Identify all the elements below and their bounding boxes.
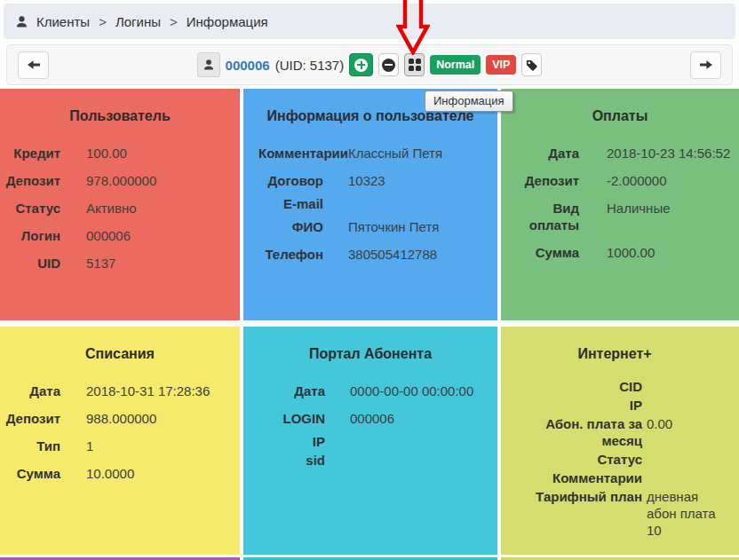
toolbar-center-group: 000006 (UID: 5137) Normal VIP [49,52,690,77]
remove-button[interactable] [378,53,399,76]
field-label: sid [243,452,350,469]
field-value: 0000-00-00 00:00:00 [350,383,497,399]
field-label: Статус [0,200,86,217]
field-value: 380505412788 [348,246,497,263]
field-label: Вид оплаты [501,200,607,233]
field-value [350,452,497,469]
field-value: -2.000000 [607,172,739,189]
field-label: Тип [0,438,86,454]
tags-button[interactable] [521,53,542,76]
field-label: UID [0,255,86,272]
breadcrumb: Клиенты > Логины > Информация [4,4,735,39]
field-value: 5137 [86,255,240,272]
field-value: 10323 [348,172,497,189]
field-label: Депозит [501,172,607,189]
breadcrumb-item-information[interactable]: Информация [187,14,268,29]
prev-button[interactable] [18,51,49,79]
field-label: Логин [0,227,86,244]
field-label: E-mail [243,195,348,212]
field-label: Сумма [0,465,86,482]
field-label: Депозит [0,172,86,189]
field-value [647,469,728,486]
field-value: 1 [86,438,240,454]
panel-title: Интернет+ [501,327,728,362]
panel-title: Списания [0,327,240,362]
field-label: IP [501,397,647,414]
arrow-right-icon [699,59,713,70]
field-value [647,378,728,395]
add-button[interactable] [349,53,373,76]
field-label: Сумма [501,244,607,261]
field-value: 000006 [350,410,497,427]
field-value: Классный Петя [348,145,497,162]
field-value: 2018-10-23 14:56:52 [607,145,739,162]
field-label: LOGIN [243,410,350,427]
next-button[interactable] [690,51,721,79]
panels-area: Пользователь Кредит100.00 Депозит978.000… [0,89,739,560]
field-label: ФИО [243,218,348,235]
vip-badge[interactable]: VIP [486,55,516,75]
breadcrumb-separator: > [169,14,179,29]
minus-circle-icon [382,59,395,72]
breadcrumb-item-clients[interactable]: Клиенты [36,14,90,29]
field-label: Дата [501,145,607,162]
field-label: Депозит [0,410,86,427]
user-icon [15,15,28,28]
panel-title: Оплаты [501,89,739,124]
field-value: 000006 [86,227,240,244]
breadcrumb-separator: > [98,14,107,29]
panel-user: Пользователь Кредит100.00 Депозит978.000… [0,89,240,320]
field-value: Наличные [607,200,739,217]
field-value: 0.00 [647,415,728,432]
field-label: Тарифный план [501,488,647,505]
field-label: Телефон [243,246,348,263]
field-label: Дата [243,383,350,399]
tooltip: Информация [425,91,513,112]
field-value: дневная абон плата 10 [647,488,728,539]
panel-payments: Оплаты Дата2018-10-23 14:56:52 Депозит-2… [501,89,739,320]
field-label: Дата [0,383,86,399]
field-label: Договор [243,172,348,189]
tag-icon [525,59,538,72]
field-label: Статус [501,451,647,468]
status-badge[interactable]: Normal [430,55,481,75]
field-label: CID [501,378,647,395]
uid-label: (UID: 5137) [275,58,345,73]
user-icon [197,52,220,77]
field-value [647,397,728,414]
field-value [350,433,497,450]
field-value: Активно [86,200,240,217]
panel-charges: Списания Дата2018-10-31 17:28:36 Депозит… [0,327,240,555]
field-label: IP [243,433,350,450]
field-value [348,195,497,212]
field-label: Комментарии [243,145,348,162]
field-label: Комментарии [501,469,647,486]
panel-user-info: Информация о пользователе КомментарииКла… [243,89,497,320]
panel-title: Пользователь [0,89,240,124]
field-value: 1000.00 [607,244,739,261]
field-label: Кредит [0,145,86,162]
toolbar: 000006 (UID: 5137) Normal VIP [6,44,733,85]
field-value: Пяточкин Петя [348,218,497,235]
panel-title: Портал Абонента [243,327,497,362]
field-value: 978.000000 [86,172,240,189]
information-button[interactable] [404,53,425,76]
field-value: 100.00 [86,145,240,162]
field-value [647,451,728,468]
login-link[interactable]: 000006 [226,58,270,73]
field-value: 2018-10-31 17:28:36 [86,383,240,399]
field-label: Абон. плата за месяц [501,415,647,449]
field-value: 988.000000 [86,410,240,427]
panel-portal: Портал Абонента Дата0000-00-00 00:00:00 … [243,327,497,555]
field-value: 10.0000 [86,465,240,482]
grid-icon [409,59,421,71]
breadcrumb-item-logins[interactable]: Логины [115,14,161,29]
panel-internet-plus: Интернет+ CID IP Абон. плата за месяц0.0… [501,327,739,555]
plus-circle-icon [354,59,368,72]
arrow-left-icon [27,59,41,70]
